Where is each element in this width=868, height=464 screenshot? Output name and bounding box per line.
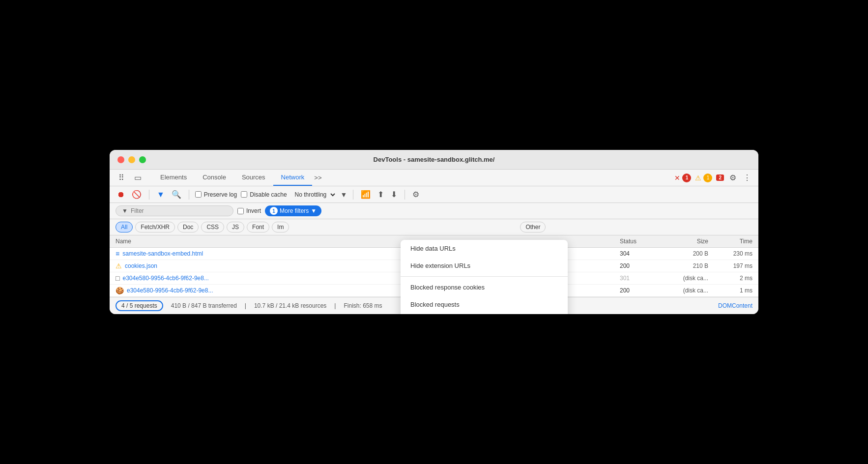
divider	[149, 190, 149, 200]
upload-icon[interactable]: ⬆	[376, 188, 385, 201]
col-header-size: Size	[659, 238, 708, 245]
filter-button[interactable]: ▼	[155, 189, 166, 201]
row-time-2: 2 ms	[708, 275, 752, 282]
tab-icon-group: ⠿ ▭	[116, 171, 145, 184]
res-btn-css[interactable]: CSS	[201, 222, 224, 232]
col-header-status: Status	[620, 238, 659, 245]
col-header-time: Time	[708, 238, 752, 245]
transferred-text: 410 B / 847 B transferred	[171, 302, 237, 309]
network-toolbar: ⏺ 🚫 ▼ 🔍 Preserve log Disable cache No th…	[110, 186, 758, 203]
res-btn-doc[interactable]: Doc	[177, 222, 199, 232]
close-button[interactable]	[117, 156, 124, 163]
tab-right-badges: ✕ 1 ⚠ 1 2 ⚙ ⋮	[674, 172, 752, 184]
hide-extension-urls-label: Hide extension URLs	[410, 262, 470, 269]
row-size-1: 210 B	[659, 262, 708, 269]
row-time-0: 230 ms	[708, 250, 752, 257]
blocked-requests-label: Blocked requests	[410, 301, 460, 308]
tab-console[interactable]: Console	[195, 170, 234, 186]
warn-icon: ⚠	[116, 262, 122, 270]
blocked-response-cookies-label: Blocked response cookies	[410, 284, 485, 291]
tab-bar: ⠿ ▭ Elements Console Sources Network >> …	[110, 170, 758, 186]
settings-gear-icon[interactable]: ⚙	[728, 172, 738, 184]
hide-data-urls-label: Hide data URLs	[410, 245, 456, 252]
dropdown-item-hide-extension-urls[interactable]: Hide extension URLs	[401, 257, 568, 274]
cookie-icon: 🍪	[116, 287, 124, 294]
wifi-icon[interactable]: 📶	[359, 188, 372, 201]
res-btn-fetch-xhr[interactable]: Fetch/XHR	[135, 222, 175, 232]
resource-type-bar: All Fetch/XHR Doc CSS JS Font Im Other H…	[110, 219, 758, 235]
download-icon[interactable]: ⬇	[389, 188, 399, 201]
disable-cache-checkbox[interactable]	[241, 191, 247, 198]
devtools-window: DevTools - samesite-sandbox.glitch.me/ ⠿…	[110, 150, 758, 314]
more-options-icon[interactable]: ⋮	[742, 172, 752, 184]
warn-triangle-icon: ⚠	[695, 174, 701, 182]
row-time-3: 1 ms	[708, 287, 752, 294]
tab-elements[interactable]: Elements	[152, 170, 195, 186]
info-badge: 2	[716, 174, 724, 181]
divider-pipe2: |	[334, 302, 336, 309]
filter-funnel-icon: ▼	[122, 207, 128, 214]
dropdown-item-blocked-requests[interactable]: Blocked requests	[401, 296, 568, 313]
resources-text: 10.7 kB / 21.4 kB resources	[254, 302, 326, 309]
more-filters-badge: 1	[270, 207, 278, 215]
content-area: ▼ Invert 1 More filters ▼ All Fetch/XHR …	[110, 203, 758, 297]
filter-bar: ▼ Invert 1 More filters ▼	[110, 203, 758, 219]
divider4	[405, 190, 405, 200]
row-time-1: 197 ms	[708, 262, 752, 269]
res-btn-all[interactable]: All	[116, 222, 133, 232]
res-btn-js[interactable]: JS	[227, 222, 244, 232]
title-bar: DevTools - samesite-sandbox.glitch.me/	[110, 150, 758, 170]
requests-badge: 4 / 5 requests	[116, 300, 163, 311]
preserve-log-label[interactable]: Preserve log	[195, 191, 237, 198]
invert-checkbox[interactable]	[237, 208, 244, 214]
window-title: DevTools - samesite-sandbox.glitch.me/	[374, 156, 495, 163]
domcontent-link[interactable]: DOMContent	[718, 302, 752, 309]
block-icon: □	[116, 274, 119, 282]
dropdown-item-hide-data-urls[interactable]: Hide data URLs	[401, 240, 568, 257]
row-status-0: 304	[620, 250, 659, 257]
divider3	[353, 190, 353, 200]
dropdown-item-blocked-response-cookies[interactable]: Blocked response cookies	[401, 279, 568, 296]
invert-label[interactable]: Invert	[237, 207, 261, 214]
filter-input-wrapper[interactable]: ▼	[116, 205, 233, 216]
row-size-3: (disk ca...	[659, 287, 708, 294]
preserve-log-checkbox[interactable]	[195, 191, 202, 198]
throttle-arrow-icon: ▼	[341, 191, 347, 199]
res-btn-img[interactable]: Im	[272, 222, 289, 232]
tab-more[interactable]: >>	[312, 170, 323, 185]
traffic-lights	[117, 156, 146, 163]
row-status-3: 200	[620, 287, 659, 294]
dropdown-divider	[401, 276, 568, 277]
row-status-1: 200	[620, 262, 659, 269]
row-size-2: (disk ca...	[659, 275, 708, 282]
tab-sources[interactable]: Sources	[234, 170, 273, 186]
warn-badge: 1	[703, 174, 712, 182]
device-icon[interactable]: ▭	[131, 171, 145, 184]
disable-cache-label[interactable]: Disable cache	[241, 191, 287, 198]
error-x-icon: ✕	[674, 174, 680, 182]
doc-icon: ≡	[116, 250, 119, 258]
record-button[interactable]: ⏺	[116, 189, 126, 201]
network-settings-icon[interactable]: ⚙	[411, 188, 421, 201]
error-badge: 1	[682, 174, 691, 182]
maximize-button[interactable]	[139, 156, 146, 163]
throttle-select[interactable]: No throttling	[291, 190, 337, 200]
row-size-0: 200 B	[659, 250, 708, 257]
more-filters-arrow-icon: ▼	[311, 207, 317, 214]
divider2	[189, 190, 189, 200]
divider-pipe: |	[245, 302, 246, 309]
row-status-2: 301	[620, 275, 659, 282]
clear-button[interactable]: 🚫	[130, 188, 143, 201]
res-btn-other[interactable]: Other	[520, 222, 546, 232]
tab-network[interactable]: Network	[273, 170, 313, 186]
res-btn-font[interactable]: Font	[247, 222, 269, 232]
search-button[interactable]: 🔍	[170, 188, 183, 201]
finish-text: Finish: 658 ms	[344, 302, 382, 309]
inspector-icon[interactable]: ⠿	[116, 171, 127, 184]
more-filters-dropdown: Hide data URLs Hide extension URLs Block…	[401, 240, 568, 314]
filter-input[interactable]	[131, 207, 227, 214]
more-filters-button[interactable]: 1 More filters ▼	[265, 205, 321, 216]
minimize-button[interactable]	[128, 156, 135, 163]
